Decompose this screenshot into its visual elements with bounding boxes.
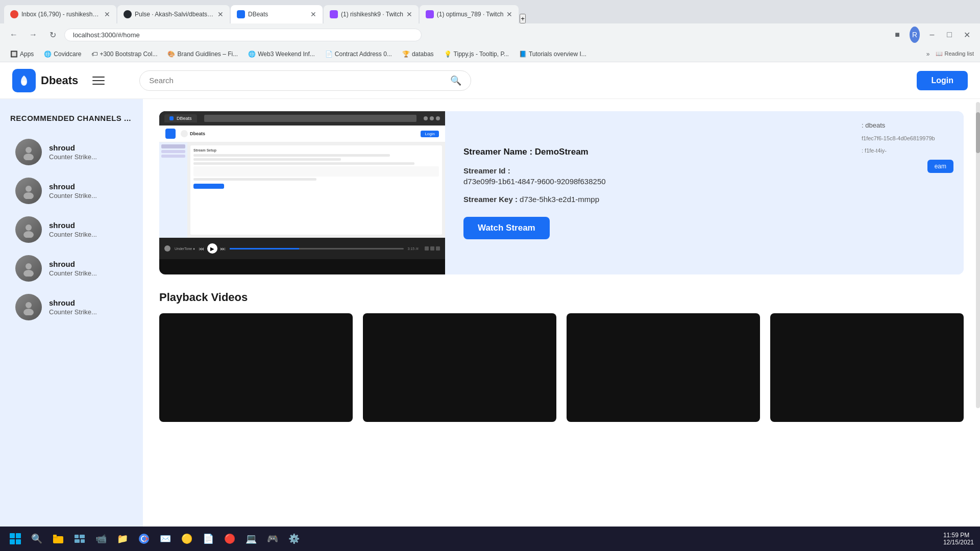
channel-name: shroud	[49, 260, 97, 268]
close-tab-github[interactable]: ✕	[217, 10, 224, 18]
hamburger-line-1	[92, 77, 105, 78]
avatar	[15, 255, 42, 282]
back-button[interactable]: ←	[6, 27, 21, 42]
tab-github[interactable]: Pulse · Akash-Salvi/dbeats_d... ✕	[117, 5, 230, 23]
watch-stream-button[interactable]: Watch Stream	[463, 217, 550, 239]
svg-rect-16	[75, 539, 80, 543]
svg-point-9	[26, 302, 32, 308]
mock-player: UnderTone ♦ ⏮ ▶ ⏭ 3:15 /#	[159, 238, 445, 259]
extensions-button[interactable]: ■	[890, 28, 904, 42]
svg-point-10	[23, 309, 34, 315]
taskbar-vscode[interactable]: 💻	[242, 530, 260, 548]
video-card-2[interactable]	[363, 313, 556, 422]
avatar	[15, 294, 42, 320]
new-tab-button[interactable]: +	[520, 14, 526, 23]
close-tab-gmail[interactable]: ✕	[104, 10, 110, 18]
hero-extra: : dbeats f1fec7f6-15c8-4d0e6819979b : f1…	[851, 111, 964, 274]
scrollbar[interactable]	[976, 102, 980, 408]
taskbar-office[interactable]: 📄	[199, 530, 217, 548]
video-card-3[interactable]	[567, 313, 760, 422]
maximize-button[interactable]: □	[942, 28, 957, 42]
streamer-name-value: DemoStream	[535, 147, 589, 157]
tab-gmail[interactable]: Inbox (16,790) - rushikeshka... ✕	[4, 5, 116, 23]
streamer-key-text: Streamer Key : d73e-5hk3-e2d1-mmpp	[463, 195, 833, 204]
bookmark-tutorials[interactable]: 📘 Tutorials overview I...	[515, 49, 591, 59]
bookmark-covidcare[interactable]: 🌐 Covidcare	[40, 49, 85, 59]
reading-list[interactable]: 📖 Reading list	[936, 51, 974, 57]
tab-twitch1[interactable]: (1) rishikeshk9 · Twitch ✕	[324, 5, 419, 23]
main-layout: RECOMMENDED CHANNELS ... shroud Counter …	[0, 99, 980, 551]
browser-toolbar: ← → ↻ localhost:3000/#/home ■ R – □ ✕	[0, 23, 980, 46]
tab-dbeats[interactable]: DBeats ✕	[231, 5, 323, 23]
close-tab-twitch1[interactable]: ✕	[406, 10, 412, 18]
close-tab-dbeats[interactable]: ✕	[310, 10, 316, 18]
refresh-button[interactable]: ↻	[45, 27, 60, 42]
login-button[interactable]: Login	[917, 71, 968, 90]
list-item[interactable]: shroud Counter Strike...	[10, 212, 133, 247]
mock-progress-fill	[230, 248, 299, 249]
extra-name: : dbeats	[862, 121, 953, 129]
streamer-key-value: d73e-5hk3-e2d1-mmpp	[520, 195, 599, 204]
profile-button[interactable]: R	[908, 28, 922, 42]
list-item[interactable]: shroud Counter Strike...	[10, 290, 133, 324]
bookmark-brand[interactable]: 🎨 Brand Guidlines – Fi...	[163, 49, 242, 59]
channel-name: shroud	[49, 182, 97, 191]
bookmarks-more[interactable]: »	[926, 51, 930, 58]
bookmark-bootstrap[interactable]: 🏷 +300 Bootstrap Col...	[87, 49, 161, 59]
taskbar-teams[interactable]: 📹	[92, 530, 110, 548]
address-bar[interactable]: localhost:3000/#/home	[64, 29, 422, 41]
taskbar-folders[interactable]: 📁	[113, 530, 132, 548]
taskbar-mail[interactable]: ✉️	[156, 530, 175, 548]
scrollbar-thumb[interactable]	[976, 112, 980, 153]
svg-point-20	[142, 537, 146, 541]
extra-id2: : f1fe-t4iy-	[862, 147, 953, 154]
forward-button[interactable]: →	[26, 27, 41, 42]
channel-game: Counter Strike...	[49, 192, 97, 199]
hamburger-line-2	[92, 80, 105, 81]
taskbar-discord[interactable]: 🎮	[263, 530, 282, 548]
address-text: localhost:3000/#/home	[73, 31, 140, 39]
content-area: DBeats	[143, 99, 980, 551]
taskbar-chrome[interactable]	[135, 530, 153, 548]
svg-rect-13	[53, 535, 57, 537]
bookmark-contract[interactable]: 📄 Contract Address 0...	[321, 49, 396, 59]
minimize-button[interactable]: –	[925, 28, 939, 42]
close-tab-twitch2[interactable]: ✕	[506, 10, 512, 18]
taskbar-settings[interactable]: ⚙️	[285, 530, 303, 548]
extra-id: f1fec7f6-15c8-4d0e6819979b	[862, 135, 953, 141]
bookmark-apps[interactable]: 🔲 Apps	[6, 49, 38, 59]
video-card-1[interactable]	[159, 313, 353, 422]
taskbar-sticky[interactable]: 🟡	[178, 530, 196, 548]
list-item[interactable]: shroud Counter Strike...	[10, 251, 133, 286]
bookmark-web3[interactable]: 🌐 Web3 Weekend Inf...	[244, 49, 319, 59]
contract-icon: 📄	[325, 51, 333, 58]
svg-rect-17	[81, 539, 85, 543]
channel-game: Counter Strike...	[49, 269, 97, 277]
mock-logo	[165, 129, 176, 139]
list-item[interactable]: shroud Counter Strike...	[10, 135, 133, 169]
avatar	[15, 139, 42, 165]
bookmark-tippy[interactable]: 💡 Tippy.js - Tooltip, P...	[440, 49, 513, 59]
taskbar-taskview[interactable]	[70, 530, 89, 548]
channel-game: Counter Strike...	[49, 231, 97, 238]
extra-button[interactable]: eam	[927, 160, 953, 173]
browser-actions: ■ R – □ ✕	[890, 28, 974, 42]
start-button[interactable]	[6, 530, 24, 548]
taskbar-file-explorer[interactable]	[49, 530, 67, 548]
close-button[interactable]: ✕	[960, 28, 974, 42]
search-input[interactable]	[149, 76, 445, 85]
hamburger-button[interactable]	[88, 72, 109, 89]
bookmark-databas[interactable]: 🏆 databas	[398, 49, 438, 59]
taskbar-search[interactable]: 🔍	[28, 530, 46, 548]
taskbar-tray: 11:59 PM12/15/2021	[943, 532, 974, 546]
svg-rect-15	[80, 535, 85, 538]
tippy-icon: 💡	[444, 51, 452, 58]
search-icon[interactable]: 🔍	[450, 75, 461, 86]
tab-twitch2[interactable]: (1) optimus_789 · Twitch ✕	[420, 5, 519, 23]
browser-tabs: Inbox (16,790) - rushikeshka... ✕ Pulse …	[0, 0, 980, 23]
video-card-4[interactable]	[770, 313, 964, 422]
hero-preview: DBeats	[159, 111, 445, 274]
list-item[interactable]: shroud Counter Strike...	[10, 173, 133, 208]
taskbar-red-app[interactable]: 🔴	[220, 530, 239, 548]
svg-point-0	[22, 81, 26, 85]
